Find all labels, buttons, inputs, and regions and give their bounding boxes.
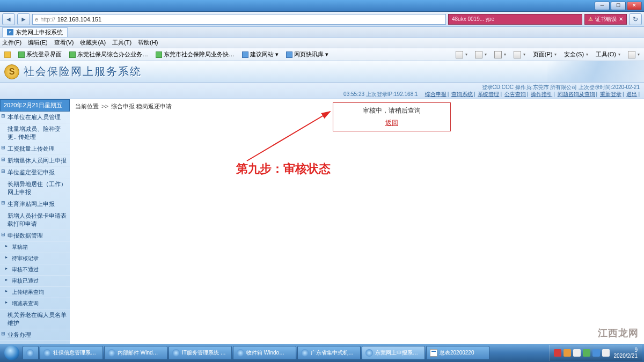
favorites-toolbar: 系统登录界面 东莞社保局综合办公业务… 东莞市社会保障局业务快… 建议网站▾ 网…	[0, 48, 644, 61]
mail-icon[interactable]	[492, 50, 508, 59]
taskbar: 社保信息管理系…内部邮件 Wind…IT服务管理系统 …收件箱 Windo…广东…	[0, 344, 644, 362]
sidebar: 2020年2月21日星期五 本单位在雇人员管理批量增减员、险种变更.. 传处理工…	[0, 99, 70, 344]
fav-link-login[interactable]: 系统登录界面	[16, 50, 64, 59]
sidebar-item[interactable]: 上传结果查询	[0, 287, 70, 298]
close-button[interactable]: ✕	[627, 2, 642, 10]
sidebar-item[interactable]: 业务办理	[0, 329, 70, 341]
maximize-button[interactable]: ☐	[611, 2, 626, 10]
system-tray: 9 2020/2/21	[549, 345, 642, 361]
fav-link-webslices[interactable]: 网页快讯库▾	[284, 50, 331, 59]
tray-icon[interactable]	[554, 349, 561, 357]
nav-zhsb[interactable]: 综合申报	[425, 91, 447, 97]
login-info-line2: 03:55:23 上次登录IP:192.168.1	[343, 91, 418, 97]
menu-favorites[interactable]: 收藏夹(A)	[80, 39, 106, 47]
address-text: 192.168.104.151	[57, 16, 102, 23]
annotation-text: 第九步：审核状态	[236, 161, 331, 177]
header-decoration	[547, 61, 644, 82]
fav-link-shebaoju[interactable]: 东莞市社会保障局业务快…	[153, 50, 237, 59]
tray-icon[interactable]	[564, 349, 571, 357]
address-tail-blur: 48ukx 0019... ype	[448, 14, 582, 25]
pinned-ie-icon[interactable]	[23, 346, 39, 360]
taskbar-item[interactable]: IT服务管理系统 …	[169, 346, 232, 360]
fav-link-suggested[interactable]: 建议网站▾	[240, 50, 281, 59]
menu-edit[interactable]: 编辑(E)	[28, 39, 48, 47]
sidebar-item[interactable]: 工资批量上传处理	[0, 143, 70, 155]
taskbar-item[interactable]: 社保信息管理系…	[40, 346, 103, 360]
tray-icon[interactable]	[573, 349, 581, 357]
address-input[interactable]: e http:// 192.168.104.151	[32, 14, 446, 25]
sidebar-item[interactable]: 待审核记录	[0, 253, 70, 264]
window-titlebar: ─ ☐ ✕	[0, 0, 644, 12]
certificate-error-badge[interactable]: 证书错误✕	[584, 14, 627, 25]
sidebar-item[interactable]: 单位鉴定登记申报	[0, 167, 70, 179]
ie-icon	[108, 349, 115, 357]
nav-cxxt[interactable]: 查询系统	[451, 91, 473, 97]
nav-wtzx[interactable]: 问题咨询及查询	[558, 91, 595, 97]
sidebar-item[interactable]: 草稿箱	[0, 242, 70, 253]
nav-relogin[interactable]: 重新登录	[600, 91, 621, 97]
sidebar-item[interactable]: 审核已通过	[0, 276, 70, 287]
login-info-strip: 登录CD:COC 操作员:东莞市 所有限公司 上次登录时间:2020-02-21…	[0, 83, 644, 99]
taskbar-item[interactable]: 收件箱 Windo…	[233, 346, 296, 360]
refresh-icon[interactable]: ↻	[629, 13, 642, 25]
sidebar-item[interactable]: 生育津贴网上申报	[0, 198, 70, 210]
page-menu[interactable]: 页面(P)	[531, 50, 559, 59]
tools-menu[interactable]: 工具(O)	[594, 50, 623, 59]
help-icon[interactable]	[626, 50, 642, 59]
taskbar-item[interactable]: 总表20200220	[426, 346, 489, 360]
ie-icon	[301, 349, 309, 357]
menu-tools[interactable]: 工具(T)	[112, 39, 131, 47]
app-title: 社会保险网上服务系统	[24, 64, 142, 79]
tray-icon[interactable]	[583, 349, 590, 357]
nav-exit[interactable]: 退出	[626, 91, 637, 97]
back-link[interactable]: 返回	[333, 119, 450, 128]
sidebar-item[interactable]: 本单位在雇人员管理	[0, 112, 70, 123]
toolbar-right: 页面(P) 安全(S) 工具(O)	[453, 50, 642, 59]
minimize-button[interactable]: ─	[595, 2, 610, 10]
taskbar-clock[interactable]: 9 2020/2/21	[614, 347, 638, 359]
nav-ggcx[interactable]: 公告查询	[504, 91, 526, 97]
nav-czzy[interactable]: 操作指引	[531, 91, 552, 97]
safety-menu[interactable]: 安全(S)	[562, 50, 590, 59]
feeds-icon[interactable]	[473, 50, 489, 59]
taskbar-item[interactable]: 东莞网上申报系…	[362, 346, 425, 360]
sidebar-item[interactable]: 长期异地居住（工作）网上申报	[0, 179, 70, 198]
favorites-star-icon[interactable]	[2, 51, 13, 58]
menu-file[interactable]: 文件(F)	[2, 39, 21, 47]
back-arrow-button[interactable]: ◄	[2, 13, 15, 25]
document-tab[interactable]: e 东莞网上申报系统	[2, 27, 68, 37]
svg-line-0	[247, 112, 330, 161]
sidebar-date: 2020年2月21日星期五	[0, 99, 70, 112]
sidebar-item[interactable]: 新增人员社保卡申请表 载打印申请	[0, 210, 70, 230]
tab-title: 东莞网上申报系统	[16, 28, 63, 36]
sidebar-item[interactable]: 申报数据管理	[0, 230, 70, 242]
tray-icon[interactable]	[592, 349, 600, 357]
sidebar-item[interactable]: 机关养老在编人员名单维护	[0, 309, 70, 329]
app-logo-icon: S	[4, 64, 19, 79]
forward-arrow-button[interactable]: ►	[17, 13, 30, 25]
sidebar-item[interactable]: 增减表查询	[0, 298, 70, 309]
app-header: S 社会保险网上服务系统	[0, 61, 644, 83]
taskbar-item[interactable]: 广东省集中式机…	[297, 346, 361, 360]
breadcrumb-path1[interactable]: 综合申报	[111, 103, 135, 109]
nav-xtgl[interactable]: 系统管理	[478, 91, 499, 97]
login-info-line1: 登录CD:COC 操作员:东莞市 所有限公司 上次登录时间:2020-02-21	[4, 84, 640, 91]
menu-help[interactable]: 帮助(H)	[138, 39, 158, 47]
document-icon	[430, 349, 437, 357]
sidebar-item[interactable]: 批量增减员、险种变更.. 传处理	[0, 123, 70, 143]
fav-link-shebao[interactable]: 东莞社保局综合办公业务…	[67, 50, 150, 59]
menu-view[interactable]: 查看(V)	[54, 39, 74, 47]
ie-icon	[43, 349, 51, 357]
breadcrumb-path2: 稳岗返还申请	[136, 103, 172, 109]
sidebar-item[interactable]: 审核不通过	[0, 264, 70, 276]
start-button[interactable]	[2, 345, 21, 361]
taskbar-item[interactable]: 内部邮件 Wind…	[104, 346, 167, 360]
tray-volume-icon[interactable]	[602, 349, 610, 357]
ie-favicon-icon: e	[35, 16, 38, 23]
sidebar-item[interactable]: 新增退休人员网上申报	[0, 155, 70, 167]
window-buttons: ─ ☐ ✕	[595, 2, 642, 10]
address-bar: ◄ ► e http:// 192.168.104.151 48ukx 0019…	[0, 12, 644, 27]
home-icon[interactable]	[453, 50, 470, 59]
content-area: 当前位置 >> 综合申报 稳岗返还申请 审核中，请稍后查询 返回 第九步：审核状…	[70, 99, 644, 344]
print-icon[interactable]	[511, 50, 528, 59]
